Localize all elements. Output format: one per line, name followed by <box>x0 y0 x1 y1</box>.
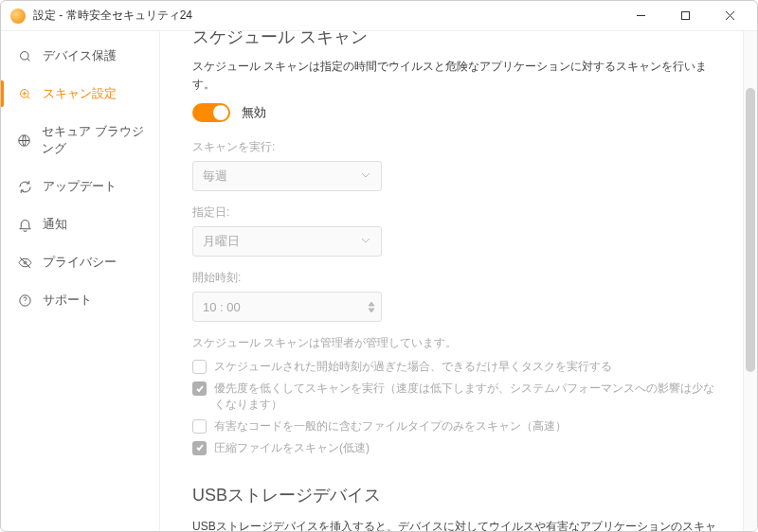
window-title: 設定 - 常時安全セキュリティ24 <box>33 8 192 24</box>
day-select[interactable]: 月曜日 <box>192 226 382 257</box>
main-content: スケジュール スキャン スケジュール スキャンは指定の時間でウイルスと危険なアプ… <box>160 31 757 531</box>
eye-off-icon <box>16 254 33 271</box>
vertical-scrollbar[interactable] <box>743 31 757 531</box>
option-run-if-missed: スケジュールされた開始時刻が過ぎた場合、できるだけ早くタスクを実行する <box>192 359 725 375</box>
help-icon <box>16 292 33 309</box>
sidebar-item-device-protection[interactable]: デバイス保護 <box>1 37 159 75</box>
run-scan-select[interactable]: 毎週 <box>192 161 382 191</box>
section-title-usb: USBストレージデバイス <box>192 484 725 506</box>
sidebar-item-update[interactable]: アップデート <box>1 168 159 205</box>
close-button[interactable] <box>709 4 751 28</box>
spinner-arrows-icon <box>368 301 375 313</box>
option-low-priority: 優先度を低くしてスキャンを実行（速度は低下しますが、システムパフォーマンスへの影… <box>192 381 725 413</box>
start-time-value: 10 : 00 <box>203 300 241 314</box>
window-controls <box>620 4 751 28</box>
sidebar-item-support[interactable]: サポート <box>1 281 159 319</box>
chevron-down-icon <box>360 169 371 184</box>
usb-description: USBストレージデバイスを挿入すると、デバイスに対してウイルスや有害なアプリケー… <box>192 518 725 531</box>
run-scan-label: スキャンを実行: <box>192 139 725 155</box>
body: デバイス保護 スキャン設定 セキュア ブラウジング アップデート 通知 プライバ… <box>1 31 757 531</box>
sidebar-item-label: プライバシー <box>43 254 117 271</box>
checkbox-low-priority[interactable] <box>192 381 207 396</box>
scheduled-scan-toggle[interactable] <box>192 103 230 122</box>
scheduled-scan-disabled-area: スキャンを実行: 毎週 指定日: 月曜日 開始時刻: 10 : 00 <box>192 139 725 455</box>
scheduled-scan-toggle-row: 無効 <box>192 103 725 122</box>
refresh-icon <box>16 178 33 195</box>
sidebar-item-label: デバイス保護 <box>43 47 117 64</box>
app-window: 設定 - 常時安全セキュリティ24 デバイス保護 スキャン設定 <box>0 0 758 532</box>
sidebar-item-label: アップデート <box>43 178 117 195</box>
svg-rect-0 <box>682 12 690 20</box>
chevron-down-icon <box>360 235 371 249</box>
run-scan-value: 毎週 <box>203 168 227 185</box>
titlebar: 設定 - 常時安全セキュリティ24 <box>1 1 757 31</box>
option-scan-archives: 圧縮ファイルをスキャン(低速) <box>192 440 725 456</box>
option-label: 優先度を低くしてスキャンを実行（速度は低下しますが、システムパフォーマンスへの影… <box>214 381 725 413</box>
minimize-button[interactable] <box>620 4 662 28</box>
sidebar-item-label: セキュア ブラウジング <box>42 123 144 157</box>
sidebar-item-notifications[interactable]: 通知 <box>1 205 159 243</box>
sidebar-item-secure-browsing[interactable]: セキュア ブラウジング <box>1 113 159 168</box>
app-icon <box>10 9 26 24</box>
scheduled-scan-description: スケジュール スキャンは指定の時間でウイルスと危険なアプリケーションに対するスキ… <box>192 58 725 94</box>
sidebar-item-label: 通知 <box>43 216 67 233</box>
checkbox-scan-archives[interactable] <box>192 441 207 455</box>
option-label: 有害なコードを一般的に含むファイルタイプのみをスキャン（高速） <box>214 418 567 434</box>
scrollbar-thumb[interactable] <box>746 88 755 372</box>
option-label: 圧縮ファイルをスキャン(低速) <box>214 440 370 456</box>
day-value: 月曜日 <box>203 233 240 250</box>
checkbox-run-if-missed[interactable] <box>192 360 207 374</box>
day-label: 指定日: <box>192 204 725 221</box>
scan-icon <box>16 85 33 102</box>
start-time-spinner[interactable]: 10 : 00 <box>192 292 382 322</box>
section-title-scheduled-scan: スケジュール スキャン <box>192 31 725 48</box>
sidebar-item-label: スキャン設定 <box>43 85 117 102</box>
start-time-label: 開始時刻: <box>192 270 725 286</box>
checkbox-common-filetypes[interactable] <box>192 419 207 434</box>
sidebar: デバイス保護 スキャン設定 セキュア ブラウジング アップデート 通知 プライバ… <box>1 31 160 531</box>
globe-icon <box>16 132 32 149</box>
option-label: スケジュールされた開始時刻が過ぎた場合、できるだけ早くタスクを実行する <box>214 359 612 375</box>
scheduled-scan-toggle-label: 無効 <box>242 104 266 121</box>
sidebar-item-privacy[interactable]: プライバシー <box>1 243 159 281</box>
maximize-button[interactable] <box>664 4 707 28</box>
shield-search-icon <box>16 47 33 64</box>
admin-managed-note: スケジュール スキャンは管理者が管理しています。 <box>192 335 725 351</box>
bell-icon <box>16 216 33 233</box>
sidebar-item-label: サポート <box>43 292 92 309</box>
sidebar-item-scan-settings[interactable]: スキャン設定 <box>1 75 159 113</box>
option-common-filetypes: 有害なコードを一般的に含むファイルタイプのみをスキャン（高速） <box>192 418 725 434</box>
